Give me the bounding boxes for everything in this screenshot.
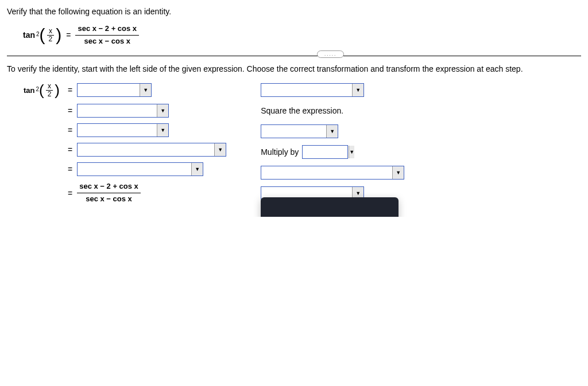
step2-expression-select[interactable]: ▼ bbox=[77, 104, 169, 118]
section-divider bbox=[7, 56, 581, 56]
exponent-2: 2 bbox=[36, 31, 40, 37]
multiply-by-select[interactable]: ▼ bbox=[302, 145, 348, 159]
step5-expression-select[interactable]: ▼ bbox=[77, 162, 203, 176]
dropdown-arrow-icon[interactable]: ▼ bbox=[157, 124, 168, 137]
eq-1: = bbox=[68, 85, 72, 95]
right-paren: ) bbox=[56, 26, 61, 44]
rhs-numerator: sec x − 2 + cos x bbox=[75, 24, 139, 36]
instruction-text: Verify that the following equation is an… bbox=[7, 7, 581, 16]
dropdown-arrow-icon[interactable]: ▼ bbox=[140, 84, 151, 96]
step1-exp: 2 bbox=[36, 86, 39, 92]
reason1-select[interactable]: ▼ bbox=[261, 83, 364, 97]
dropdown-arrow-icon[interactable]: ▼ bbox=[214, 143, 226, 156]
equals-sign: = bbox=[66, 30, 71, 40]
dropdown-arrow-icon[interactable]: ▼ bbox=[352, 84, 363, 96]
left-paren: ( bbox=[40, 26, 45, 44]
dropdown-arrow-icon[interactable]: ▼ bbox=[191, 163, 203, 176]
step3-expression-select[interactable]: ▼ bbox=[77, 123, 169, 137]
final-expression: sec x − 2 + cos x sec x − cos x bbox=[77, 182, 141, 204]
given-equation: tan 2 ( x 2 ) = sec x − 2 + cos x sec x … bbox=[23, 24, 581, 46]
left-derivation-column: tan 2 ( x 2 ) = ▼ = bbox=[17, 83, 226, 210]
dropdown-option-selected[interactable] bbox=[261, 197, 399, 217]
reason5-select[interactable]: ▼ bbox=[261, 166, 404, 180]
step1-tan: tan bbox=[24, 86, 35, 95]
reason6-dropdown-menu[interactable]: Odd identity Simplify. Distributive prop… bbox=[261, 197, 399, 217]
eq-2: = bbox=[68, 106, 72, 115]
arg-denominator: 2 bbox=[47, 36, 55, 43]
eq-5: = bbox=[68, 165, 72, 174]
step-instruction: To verify the identity, start with the l… bbox=[7, 64, 581, 73]
step4-expression-select[interactable]: ▼ bbox=[77, 143, 226, 157]
eq-6: = bbox=[68, 189, 72, 198]
reason4-label: Multiply by bbox=[261, 147, 299, 157]
func-tan: tan bbox=[23, 30, 35, 40]
reason3-select[interactable]: ▼ bbox=[261, 124, 338, 138]
step1-expression-select[interactable]: ▼ bbox=[77, 83, 152, 97]
dropdown-arrow-icon[interactable]: ▼ bbox=[392, 166, 404, 179]
right-reason-column: ▼ Square the expression. ▼ Multiply by ▼… bbox=[261, 83, 404, 206]
eq-4: = bbox=[68, 145, 72, 154]
eq-3: = bbox=[68, 126, 72, 135]
rhs-denominator: sec x − cos x bbox=[82, 36, 133, 46]
arg-numerator: x bbox=[47, 28, 54, 36]
dropdown-arrow-icon[interactable]: ▼ bbox=[157, 104, 168, 117]
dropdown-arrow-icon[interactable]: ▼ bbox=[349, 146, 354, 158]
divider-bubble[interactable]: ..... bbox=[317, 50, 344, 58]
dropdown-arrow-icon[interactable]: ▼ bbox=[326, 125, 338, 138]
reason2-label: Square the expression. bbox=[261, 106, 343, 115]
